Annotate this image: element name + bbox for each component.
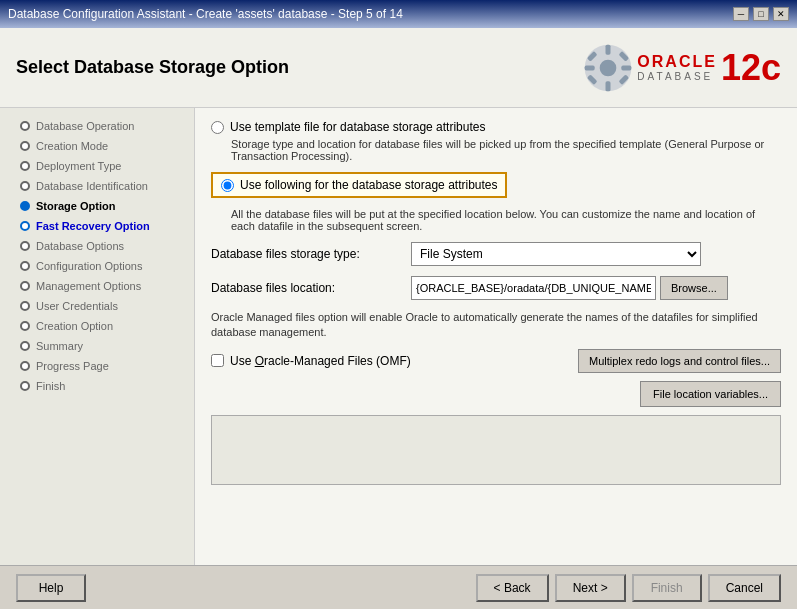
storage-type-select[interactable]: File System: [411, 242, 701, 266]
sidebar-item-management-options: Management Options: [0, 276, 194, 296]
main-panel: Use template file for database storage a…: [195, 108, 797, 565]
oracle-database-label: DATABASE: [637, 71, 713, 82]
oracle-brand-text: ORACLE: [637, 53, 717, 71]
title-bar: Database Configuration Assistant - Creat…: [0, 0, 797, 28]
sidebar-item-deployment-type: Deployment Type: [0, 156, 194, 176]
finish-button[interactable]: Finish: [632, 574, 702, 602]
sidebar-dot-current: [20, 221, 30, 231]
sidebar-item-database-identification: Database Identification: [0, 176, 194, 196]
sidebar-item-finish: Finish: [0, 376, 194, 396]
close-button[interactable]: ✕: [773, 7, 789, 21]
omf-checkbox-row: Use Oracle-Managed Files (OMF) Multiplex…: [211, 349, 781, 373]
file-location-button[interactable]: File location variables...: [640, 381, 781, 407]
oracle-version-text: 12c: [721, 50, 781, 86]
omf-description: Oracle Managed files option will enable …: [211, 310, 781, 341]
sidebar-dot: [20, 121, 30, 131]
help-button[interactable]: Help: [16, 574, 86, 602]
radio-option2-desc: All the database files will be put at th…: [231, 208, 781, 232]
footer: Help < Back Next > Finish Cancel: [0, 565, 797, 609]
minimize-button[interactable]: ─: [733, 7, 749, 21]
svg-rect-4: [585, 65, 595, 70]
sidebar-item-creation-mode: Creation Mode: [0, 136, 194, 156]
storage-location-row: Database files location: Browse...: [211, 276, 781, 300]
sidebar-item-user-credentials: User Credentials: [0, 296, 194, 316]
sidebar-dot: [20, 261, 30, 271]
svg-point-1: [600, 59, 617, 76]
sidebar-dot: [20, 301, 30, 311]
footer-nav-buttons: < Back Next > Finish Cancel: [476, 574, 781, 602]
storage-option-2-group: Use following for the database storage a…: [211, 172, 781, 232]
sidebar-dot: [20, 341, 30, 351]
main-window: Select Database Storage Option ORAC: [0, 28, 797, 609]
storage-location-input[interactable]: [411, 276, 656, 300]
cancel-button[interactable]: Cancel: [708, 574, 781, 602]
header: Select Database Storage Option ORAC: [0, 28, 797, 108]
sidebar-dot: [20, 181, 30, 191]
maximize-button[interactable]: □: [753, 7, 769, 21]
oracle-logo: ORACLE DATABASE 12c: [583, 43, 781, 93]
sidebar-item-fast-recovery[interactable]: Fast Recovery Option: [0, 216, 194, 236]
multiplex-button[interactable]: Multiplex redo logs and control files...: [578, 349, 781, 373]
sidebar-item-storage-option: Storage Option: [0, 196, 194, 216]
storage-location-input-group: Browse...: [411, 276, 728, 300]
radio-option2-label[interactable]: Use following for the database storage a…: [211, 172, 781, 204]
radio-option1-label[interactable]: Use template file for database storage a…: [211, 120, 781, 134]
content-area: Database Operation Creation Mode Deploym…: [0, 108, 797, 565]
sidebar: Database Operation Creation Mode Deploym…: [0, 108, 195, 565]
sidebar-dot: [20, 361, 30, 371]
gear-icon: [583, 43, 633, 93]
sidebar-dot: [20, 141, 30, 151]
window-title: Database Configuration Assistant - Creat…: [8, 7, 403, 21]
svg-rect-2: [606, 44, 611, 54]
sidebar-dot: [20, 281, 30, 291]
sidebar-dot: [20, 241, 30, 251]
sidebar-item-database-options: Database Options: [0, 236, 194, 256]
option-highlighted-box: Use following for the database storage a…: [211, 172, 507, 198]
radio-option2[interactable]: [221, 179, 234, 192]
window-controls: ─ □ ✕: [733, 7, 789, 21]
svg-rect-3: [606, 81, 611, 91]
sidebar-dot: [20, 381, 30, 391]
browse-button[interactable]: Browse...: [660, 276, 728, 300]
sidebar-dot: [20, 161, 30, 171]
sidebar-item-configuration-options: Configuration Options: [0, 256, 194, 276]
storage-type-label: Database files storage type:: [211, 247, 411, 261]
sidebar-item-creation-option: Creation Option: [0, 316, 194, 336]
storage-option-1-group: Use template file for database storage a…: [211, 120, 781, 162]
info-box: [211, 415, 781, 485]
omf-checkbox-label[interactable]: Use Oracle-Managed Files (OMF): [211, 354, 411, 368]
next-button[interactable]: Next >: [555, 574, 626, 602]
radio-option1[interactable]: [211, 121, 224, 134]
storage-location-label: Database files location:: [211, 281, 411, 295]
page-title: Select Database Storage Option: [16, 57, 289, 78]
sidebar-item-database-operation: Database Operation: [0, 116, 194, 136]
storage-type-row: Database files storage type: File System: [211, 242, 781, 266]
sidebar-item-summary: Summary: [0, 336, 194, 356]
sidebar-item-progress-page: Progress Page: [0, 356, 194, 376]
sidebar-dot-active: [20, 201, 30, 211]
back-button[interactable]: < Back: [476, 574, 549, 602]
radio-option1-desc: Storage type and location for database f…: [231, 138, 781, 162]
svg-rect-5: [622, 65, 632, 70]
sidebar-dot: [20, 321, 30, 331]
omf-checkbox[interactable]: [211, 354, 224, 367]
